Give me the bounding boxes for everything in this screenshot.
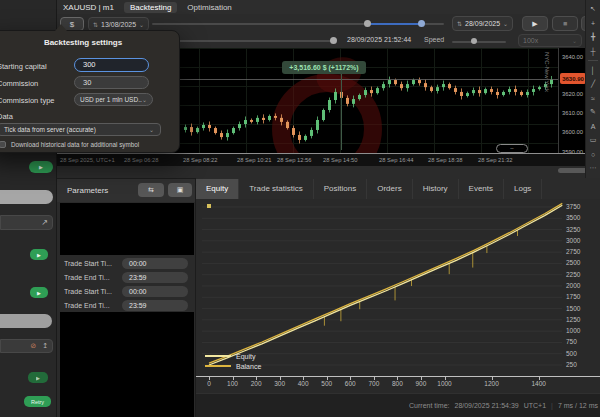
start-date-picker[interactable]: ⇅ 13/08/2025 ⌄ — [88, 17, 149, 31]
parameters-title: Parameters — [67, 186, 108, 195]
draw-tool-icon[interactable]: ✎ — [586, 105, 600, 119]
equity-x-label: 0 — [197, 380, 221, 387]
backtesting-settings-popup: Backtesting settings Starting capital 30… — [0, 30, 180, 153]
tab-positions[interactable]: Positions — [314, 179, 367, 199]
copy-parameters-button[interactable]: ▣ — [168, 183, 192, 197]
data-source-select[interactable]: Tick data from server (accurate) ⌄ — [0, 123, 161, 136]
play-button[interactable]: ▶ — [522, 16, 548, 31]
parameters-panel: Parameters ⇆ ▣ Trade Start Ti...00:00Tra… — [57, 178, 196, 417]
rect-tool-icon[interactable]: ▭ — [586, 133, 600, 147]
play-icon: ▶ — [39, 164, 43, 170]
tab-equity[interactable]: Equity — [196, 179, 239, 199]
time-axis-label: 28 Sep 21:32 — [478, 157, 513, 163]
text-tool-icon[interactable]: A — [586, 119, 600, 133]
run-button[interactable]: ▶ — [29, 161, 53, 173]
parameter-input[interactable]: 23:59 — [122, 300, 188, 311]
equity-x-label: 100 — [221, 380, 245, 387]
parameter-row: Trade End Ti...23:59 — [57, 298, 195, 312]
commission-type-select[interactable]: USD per 1 mln USD... ⌄ — [74, 93, 153, 106]
vline-tool-icon[interactable]: │ — [586, 63, 600, 77]
swap-icon: ⇆ — [148, 186, 154, 194]
chevron-down-icon: ⌄ — [142, 96, 147, 103]
equity-legend: Equity Balance — [205, 351, 261, 371]
symbol-timeframe: XAUUSD | m1 — [63, 3, 114, 12]
swap-parameters-button[interactable]: ⇆ — [138, 183, 164, 197]
equity-y-label: 2750 — [566, 248, 594, 255]
starting-capital-input[interactable]: 300 — [74, 58, 149, 72]
spinner-icon[interactable]: ⇅ — [457, 20, 462, 27]
run-button[interactable]: ▶ — [30, 249, 48, 260]
play-icon: ▶ — [36, 375, 40, 381]
data-source-value: Tick data from server (accurate) — [4, 126, 96, 133]
stop-button[interactable]: ■ — [552, 16, 578, 31]
parameter-label: Trade End Ti... — [64, 274, 121, 281]
download-checkbox[interactable] — [0, 141, 6, 148]
chevron-down-icon[interactable]: ⌄ — [139, 21, 144, 28]
balance-legend-label: Balance — [236, 363, 261, 370]
run-button[interactable]: ▶ — [30, 287, 48, 298]
time-axis-label: 28 Sep 2025, UTC+1 — [60, 157, 115, 163]
equity-y-label: 2500 — [566, 259, 594, 266]
wave-tool-icon[interactable]: ≈ — [586, 91, 600, 105]
range-end-handle[interactable] — [418, 20, 425, 27]
spinner-icon[interactable]: ⇅ — [93, 21, 98, 28]
equity-x-label: 300 — [268, 380, 292, 387]
parameter-input[interactable]: 00:00 — [122, 258, 188, 269]
current-price-value: 3630.90 — [562, 76, 584, 82]
equity-y-label: 3500 — [566, 214, 594, 221]
current-price-tag: 3630.90 — [560, 73, 586, 84]
block-icon[interactable]: ⊘ — [30, 342, 36, 350]
speed-value: 100x — [523, 37, 538, 44]
status-divider: | — [551, 402, 553, 409]
chevron-down-icon: ⌄ — [572, 37, 577, 44]
speed-slider-handle[interactable] — [471, 38, 477, 44]
time-axis-label: 28 Sep 16:44 — [379, 157, 414, 163]
equity-x-label: 900 — [409, 380, 433, 387]
circle-tool-icon[interactable]: ○ — [586, 147, 600, 161]
parameter-row: Trade End Ti...23:59 — [57, 270, 195, 284]
replay-progress-handle[interactable] — [330, 37, 337, 44]
tab-logs[interactable]: Logs — [504, 179, 542, 199]
top-tab-optimisation[interactable]: Optimisation — [181, 2, 237, 13]
add-icon[interactable]: ╋ — [586, 30, 600, 44]
chevron-down-icon[interactable]: ⌄ — [503, 20, 508, 27]
session-label: NYC-New York — [544, 52, 550, 92]
top-tab-backtesting[interactable]: Backtesting — [124, 2, 177, 13]
equity-x-label: 1000 — [433, 380, 457, 387]
input-field[interactable]: ⊘ ↥ — [0, 339, 53, 353]
upload-icon[interactable]: ↥ — [42, 342, 48, 350]
download-checkbox-label: Download historical data for additional … — [11, 141, 139, 148]
tab-events[interactable]: Events — [459, 179, 504, 199]
replay-time: 28/09/2025 21:52:44 — [347, 36, 411, 43]
tab-orders[interactable]: Orders — [367, 179, 412, 199]
play-icon: ▶ — [532, 20, 537, 28]
retry-button[interactable]: Retry — [24, 396, 51, 407]
scroll-to-latest-pill[interactable]: – — [496, 144, 528, 153]
share-icon[interactable]: ↗ — [41, 218, 48, 227]
more-tools-icon[interactable]: ⋯ — [586, 161, 600, 175]
progress-bar — [0, 190, 53, 204]
input-field[interactable]: ↗ — [0, 215, 53, 230]
end-date-picker[interactable]: ⇅ 28/09/2025 ⌄ — [452, 16, 513, 31]
equity-start-dot — [207, 204, 211, 208]
trendline-tool-icon[interactable]: ╱ — [586, 77, 600, 91]
equity-y-label: 2000 — [566, 282, 594, 289]
speed-label: Speed — [424, 36, 444, 43]
range-start-handle[interactable] — [364, 20, 371, 27]
equity-y-label: 250 — [566, 361, 594, 368]
tab-history[interactable]: History — [413, 179, 459, 199]
measure-icon[interactable]: ┼ — [586, 44, 600, 58]
run-button-disabled[interactable]: ▶ — [28, 372, 48, 383]
speed-select[interactable]: 100x ⌄ — [518, 34, 582, 47]
equity-panel[interactable]: 3750350032503000275025002250200017501500… — [196, 199, 600, 393]
parameter-input[interactable]: 00:00 — [122, 286, 188, 297]
cursor-icon[interactable]: ↖ — [586, 2, 600, 16]
popup-arrow — [55, 24, 67, 31]
parameters-empty-area — [60, 203, 194, 255]
speed-slider-track[interactable] — [452, 41, 506, 43]
crosshair-icon[interactable]: + — [586, 16, 600, 30]
commission-input[interactable]: 30 — [74, 76, 149, 89]
parameter-input[interactable]: 23:59 — [122, 272, 188, 283]
chart-tools-toolbar: ↖+╋┼│╱≈✎A▭○⋯ — [585, 0, 600, 178]
tab-trade-statistics[interactable]: Trade statistics — [239, 179, 314, 199]
